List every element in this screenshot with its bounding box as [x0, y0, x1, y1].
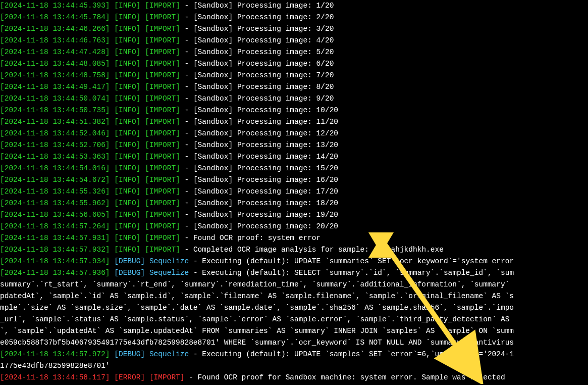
log-tag: [IMPORT]: [145, 71, 180, 79]
log-timestamp: [2024-11-18 13:44:51.382]: [0, 118, 110, 126]
log-tag: Sequelize: [149, 269, 189, 277]
log-line: [2024-11-18 13:44:58.117] [ERROR] [IMPOR…: [0, 372, 588, 383]
log-line: [2024-11-18 13:44:49.417] [INFO] [IMPORT…: [0, 81, 588, 93]
log-timestamp: [2024-11-18 13:44:53.363]: [0, 153, 110, 161]
log-separator: -: [185, 2, 189, 10]
log-line: [2024-11-18 13:44:45.784] [INFO] [IMPORT…: [0, 12, 588, 23]
log-tag: [IMPORT]: [145, 222, 180, 230]
log-message: Completed OCR image analysis for sample:…: [193, 246, 444, 254]
log-line: [2024-11-18 13:44:50.074] [INFO] [IMPORT…: [0, 93, 588, 105]
log-separator: -: [185, 25, 189, 33]
log-tag: [IMPORT]: [149, 373, 185, 381]
log-level: [ERROR]: [114, 373, 145, 381]
log-timestamp: [2024-11-18 13:44:50.074]: [0, 94, 110, 103]
log-separator: -: [185, 164, 189, 172]
log-timestamp: [2024-11-18 13:44:57.932]: [0, 246, 110, 254]
log-tag: [IMPORT]: [145, 60, 180, 68]
log-timestamp: [2024-11-18 13:44:52.046]: [0, 129, 110, 137]
log-line: [2024-11-18 13:44:53.363] [INFO] [IMPORT…: [0, 151, 588, 163]
log-tag: [IMPORT]: [145, 153, 180, 161]
log-timestamp: [2024-11-18 13:44:57.264]: [0, 222, 110, 230]
log-level: [INFO]: [114, 25, 140, 33]
log-level: [INFO]: [114, 187, 140, 196]
log-separator: -: [185, 118, 189, 126]
log-line: [2024-11-18 13:44:57.932] [INFO] [IMPORT…: [0, 244, 588, 256]
log-continuation: summary`.`rt_start`, `summary`.`rt_end`,…: [0, 279, 588, 291]
log-message: Found OCR proof: system error: [193, 234, 320, 242]
log-separator: -: [185, 141, 189, 149]
log-separator: -: [185, 199, 189, 207]
log-separator: -: [185, 176, 189, 184]
log-tag: [IMPORT]: [145, 13, 180, 21]
log-message: [Sandbox] Processing image: 4/20: [193, 36, 334, 44]
log-level: [INFO]: [114, 246, 140, 254]
log-tag: [IMPORT]: [145, 83, 180, 91]
log-message: [Sandbox] Processing image: 13/20: [193, 141, 338, 149]
log-line: [2024-11-18 13:44:55.326] [INFO] [IMPORT…: [0, 186, 588, 198]
log-message: [Sandbox] Processing image: 11/20: [193, 118, 338, 126]
log-tag: [IMPORT]: [145, 2, 180, 10]
log-continuation: pdatedAt`, `sample`.`id` AS `sample.id`,…: [0, 291, 588, 302]
log-level: [INFO]: [114, 153, 140, 161]
log-tag: [IMPORT]: [145, 199, 180, 207]
log-level: [INFO]: [114, 94, 140, 103]
log-line: [2024-11-18 13:44:57.931] [INFO] [IMPORT…: [0, 232, 588, 244]
log-level: [INFO]: [114, 13, 140, 21]
log-separator: -: [185, 83, 189, 91]
log-level: [INFO]: [114, 176, 140, 184]
log-level: [INFO]: [114, 60, 140, 68]
log-line: [2024-11-18 13:44:55.962] [INFO] [IMPORT…: [0, 198, 588, 209]
log-message: [Sandbox] Processing image: 20/20: [193, 222, 338, 230]
log-level: [DEBUG]: [114, 269, 145, 277]
log-tag: [IMPORT]: [145, 246, 180, 254]
log-separator: -: [185, 246, 189, 254]
log-tag: [IMPORT]: [145, 129, 180, 137]
log-message: [Sandbox] Processing image: 6/20: [193, 60, 334, 68]
log-message: [Sandbox] Processing image: 18/20: [193, 199, 338, 207]
log-message: [Sandbox] Processing image: 12/20: [193, 129, 338, 137]
log-line: [2024-11-18 13:44:45.393] [INFO] [IMPORT…: [0, 0, 588, 12]
log-tag: Sequelize: [149, 350, 189, 358]
log-tag: [IMPORT]: [145, 94, 180, 103]
log-level: [INFO]: [114, 164, 140, 172]
log-line: [2024-11-18 13:44:57.972] [DEBUG] Sequel…: [0, 349, 588, 360]
log-message: [Sandbox] Processing image: 9/20: [193, 94, 334, 103]
log-message: [Sandbox] Processing image: 14/20: [193, 153, 338, 161]
log-message: [Sandbox] Processing image: 15/20: [193, 164, 338, 172]
log-separator: -: [185, 36, 189, 44]
log-separator: -: [185, 129, 189, 137]
log-line: [2024-11-18 13:44:51.382] [INFO] [IMPORT…: [0, 116, 588, 128]
log-line: [2024-11-18 13:44:52.046] [INFO] [IMPORT…: [0, 128, 588, 139]
log-separator: -: [185, 222, 189, 230]
log-separator: -: [193, 257, 198, 265]
log-line: [2024-11-18 13:44:57.264] [INFO] [IMPORT…: [0, 221, 588, 232]
log-line: [2024-11-18 13:44:54.016] [INFO] [IMPORT…: [0, 163, 588, 174]
log-line: [2024-11-18 13:44:46.266] [INFO] [IMPORT…: [0, 23, 588, 35]
log-timestamp: [2024-11-18 13:44:45.784]: [0, 13, 110, 21]
log-separator: -: [185, 153, 189, 161]
log-timestamp: [2024-11-18 13:44:46.763]: [0, 36, 110, 44]
log-line: [2024-11-18 13:44:48.085] [INFO] [IMPORT…: [0, 58, 588, 70]
log-continuation: mple`.`size` AS `sample.size`, `sample`.…: [0, 302, 588, 314]
log-level: [INFO]: [114, 48, 140, 56]
log-timestamp: [2024-11-18 13:44:55.326]: [0, 187, 110, 196]
log-separator: -: [185, 211, 189, 219]
log-line: [2024-11-18 13:44:46.763] [INFO] [IMPORT…: [0, 35, 588, 46]
log-level: [INFO]: [114, 129, 140, 137]
log-tag: [IMPORT]: [145, 187, 180, 196]
log-continuation: `, `sample`.`updatedAt` AS `sample.updat…: [0, 325, 588, 337]
log-separator: -: [193, 269, 198, 277]
log-separator: -: [185, 60, 189, 68]
terminal-log-output[interactable]: [2024-11-18 13:44:45.393] [INFO] [IMPORT…: [0, 0, 588, 383]
log-separator: -: [185, 234, 189, 242]
log-message: Executing (default): UPDATE `samples` SE…: [202, 350, 514, 358]
log-timestamp: [2024-11-18 13:44:56.605]: [0, 211, 110, 219]
log-level: [INFO]: [114, 118, 140, 126]
log-line: [2024-11-18 13:44:52.706] [INFO] [IMPORT…: [0, 139, 588, 151]
log-tag: [IMPORT]: [145, 176, 180, 184]
log-level: [INFO]: [114, 222, 140, 230]
log-tag: [IMPORT]: [145, 25, 180, 33]
log-timestamp: [2024-11-18 13:44:55.962]: [0, 199, 110, 207]
log-separator: -: [185, 71, 189, 79]
log-separator: -: [185, 187, 189, 196]
